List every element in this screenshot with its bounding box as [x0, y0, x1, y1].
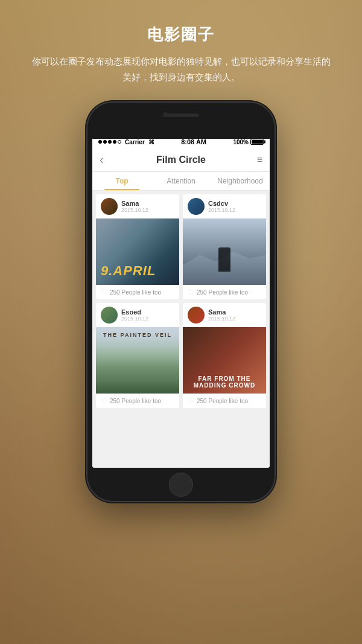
- post-username: Sama: [121, 200, 174, 207]
- avatar-image: [188, 307, 205, 324]
- page-title: 电影圈子: [0, 24, 362, 45]
- carrier-label: Carrier: [125, 139, 145, 145]
- earpiece: [163, 113, 199, 117]
- post-username: Esoed: [121, 308, 174, 316]
- like-count: 250 People like too: [197, 398, 248, 404]
- post-user-info: Esoed 2015.10.12: [121, 308, 174, 322]
- avatar-image: [188, 198, 205, 215]
- poster-figure: [218, 247, 230, 272]
- movie-poster: FAR FROM THE MADDING CROWD: [183, 327, 266, 394]
- heart-icon[interactable]: ♡: [101, 288, 107, 296]
- avatar: [101, 198, 118, 215]
- tab-neighborhood[interactable]: Neighborhood: [211, 172, 270, 190]
- phone-top: [87, 103, 275, 139]
- post-card: Esoed 2015.10.12 THE PAINTED VEIL ♡: [96, 303, 179, 408]
- heart-icon[interactable]: ♡: [101, 397, 107, 405]
- nav-bar: ‹ Film Circle ≡: [92, 148, 270, 172]
- poster-main-title: FAR FROM THE: [183, 375, 266, 382]
- posts-grid: Sama 2015.10.12 9.APRIL ♡: [92, 191, 270, 412]
- post-date: 2015.10.12: [121, 207, 174, 213]
- poster-sub-title: MADDING CROWD: [183, 382, 266, 389]
- post-image[interactable]: THE PAINTED VEIL: [96, 327, 179, 394]
- post-user-info: Sama 2015.10.12: [121, 200, 174, 213]
- phone-screen: Carrier ⌘ 8:08 AM 100% ‹ Film Circle ≡: [92, 136, 270, 468]
- post-user-info: Sama 2015.10.12: [208, 308, 261, 322]
- post-date: 2015.10.12: [121, 316, 174, 322]
- movie-poster: 9.APRIL: [96, 218, 179, 285]
- poster-title-text: 9.APRIL: [101, 263, 156, 279]
- post-header: Sama 2015.10.12: [96, 194, 179, 218]
- back-button[interactable]: ‹: [100, 153, 114, 167]
- menu-button[interactable]: ≡: [248, 155, 262, 165]
- post-footer: ♡ 250 People like too: [96, 394, 179, 408]
- signal-dot-3: [108, 140, 112, 144]
- signal-dot-2: [103, 140, 107, 144]
- post-card: Sama 2015.10.12 FAR FROM THE MADDING CRO…: [183, 303, 266, 408]
- home-button[interactable]: [169, 473, 193, 497]
- post-header: Esoed 2015.10.12: [96, 303, 179, 327]
- signal-dot-1: [98, 140, 102, 144]
- front-camera: [163, 112, 168, 117]
- post-header: Csdcv 2015.10.12: [183, 194, 266, 218]
- avatar: [188, 198, 205, 215]
- post-footer: ♡ 250 People like too: [96, 285, 179, 299]
- post-date: 2015.10.12: [208, 207, 261, 213]
- status-left: Carrier ⌘: [98, 139, 154, 145]
- heart-icon[interactable]: ♡: [188, 288, 194, 296]
- post-image[interactable]: 9.APRIL: [96, 218, 179, 285]
- phone-wrapper: Carrier ⌘ 8:08 AM 100% ‹ Film Circle ≡: [0, 103, 362, 501]
- avatar-image: [101, 198, 118, 215]
- content-area: Sama 2015.10.12 9.APRIL ♡: [92, 191, 270, 468]
- tab-attention[interactable]: Attention: [151, 172, 211, 190]
- phone-bottom: [87, 468, 275, 501]
- phone-frame: Carrier ⌘ 8:08 AM 100% ‹ Film Circle ≡: [87, 103, 275, 501]
- avatar: [101, 307, 118, 324]
- post-image[interactable]: [183, 218, 266, 285]
- post-card: Csdcv 2015.10.12 ♡ 250 Pe: [183, 194, 266, 299]
- status-right: 100%: [233, 139, 264, 145]
- post-footer: ♡ 250 People like too: [183, 285, 266, 299]
- movie-poster: [183, 218, 266, 285]
- poster-title-text: THE PAINTED VEIL: [96, 332, 179, 338]
- signal-dot-4: [113, 140, 116, 144]
- movie-poster: THE PAINTED VEIL: [96, 327, 179, 394]
- header-section: 电影圈子 你可以在圈子发布动态展现你对电影的独特见解，也可以记录和分享生活的美好…: [0, 0, 362, 97]
- post-date: 2015.10.12: [208, 316, 261, 322]
- heart-icon[interactable]: ♡: [188, 397, 194, 405]
- like-count: 250 People like too: [197, 289, 248, 296]
- like-count: 250 People like too: [110, 398, 161, 404]
- avatar: [188, 307, 205, 324]
- post-username: Sama: [208, 308, 261, 316]
- avatar-image: [101, 307, 118, 324]
- like-count: 250 People like too: [110, 289, 161, 296]
- post-image[interactable]: FAR FROM THE MADDING CROWD: [183, 327, 266, 394]
- poster-title-text: FAR FROM THE MADDING CROWD: [183, 375, 266, 389]
- battery-bar: [250, 139, 264, 145]
- post-user-info: Csdcv 2015.10.12: [208, 200, 261, 213]
- nav-title: Film Circle: [156, 155, 206, 165]
- signal-dots: [98, 140, 121, 144]
- post-username: Csdcv: [208, 200, 261, 207]
- page-description: 你可以在圈子发布动态展现你对电影的独特见解，也可以记录和分享生活的美好，找到身边…: [0, 54, 362, 84]
- post-header: Sama 2015.10.12: [183, 303, 266, 327]
- wifi-icon: ⌘: [148, 139, 154, 145]
- tabs-bar: Top Attention Neighborhood: [92, 172, 270, 191]
- status-time: 8:08 AM: [181, 138, 206, 145]
- battery-label: 100%: [233, 139, 249, 145]
- tab-top[interactable]: Top: [92, 172, 151, 190]
- signal-dot-5: [118, 140, 121, 144]
- battery-fill: [252, 140, 263, 144]
- post-card: Sama 2015.10.12 9.APRIL ♡: [96, 194, 179, 299]
- post-footer: ♡ 250 People like too: [183, 394, 266, 408]
